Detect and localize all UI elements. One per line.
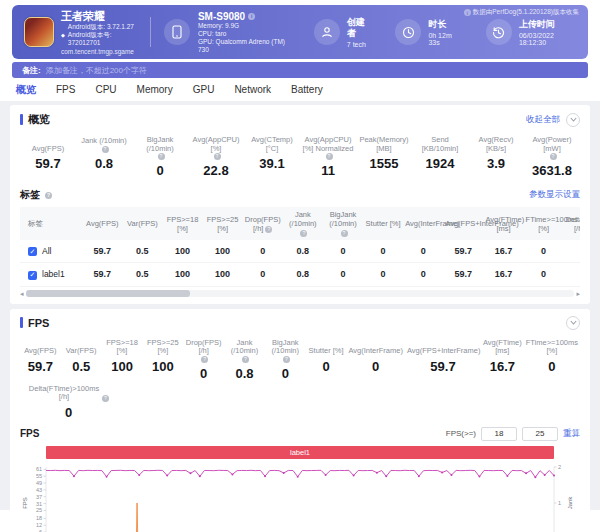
column-header: Avg(FPS+InterFrame): [443, 207, 483, 240]
fps-card: FPS Avg(FPS)59.7Var(FPS)0.5FPS>=18 [%]10…: [10, 309, 590, 532]
fps-stat-label: FTime>=100ms [%]: [526, 339, 578, 356]
tab-gpu[interactable]: GPU: [193, 84, 215, 95]
device-info-icon[interactable]: i: [248, 13, 255, 20]
tab-cpu[interactable]: CPU: [95, 84, 116, 95]
app-build: Android版本号: 372012701: [68, 31, 137, 47]
label-table: 标签Avg(FPS)Var(FPS)FPS>=18 [%]FPS>=25 [%]…: [20, 207, 580, 287]
label-info-icon[interactable]: ?: [45, 192, 52, 199]
overview-stat-value: 1555: [358, 156, 410, 171]
overview-stat-value: 11: [302, 163, 354, 178]
creator-label: 创建者: [347, 17, 370, 39]
fps-threshold-label: FPS(>=): [446, 429, 476, 438]
fps-stat-value: 59.7: [22, 359, 59, 374]
cell: 0.5: [122, 240, 162, 263]
fps-stat-label: Var(FPS): [66, 347, 97, 356]
row-label-cell: ✓All: [20, 240, 82, 263]
svg-text:43: 43: [36, 486, 42, 492]
fps-stat: Avg(FPS)59.7: [20, 339, 61, 381]
overview-stat: Send [KB/10min]1924: [412, 136, 468, 178]
info-icon[interactable]: ?: [265, 226, 272, 233]
fps-stat: BigJank (/10min)?0: [265, 339, 306, 381]
svg-text:61: 61: [36, 466, 42, 472]
info-icon[interactable]: ?: [102, 146, 109, 153]
column-header: Stutter [%]: [363, 207, 403, 240]
row-checkbox[interactable]: ✓: [28, 271, 37, 280]
fps-stat-value: 0.5: [63, 359, 100, 374]
fps-threshold-high-input[interactable]: [522, 427, 558, 441]
collect-note: 数据由PerfDog(5.1.220128)版本收集: [473, 8, 579, 17]
table-scrollbar: ◂ ▸: [20, 289, 580, 298]
param-settings-link[interactable]: 参数显示设置: [529, 189, 580, 201]
column-header: FTime>=100ms [%]: [524, 207, 564, 240]
info-icon[interactable]: ?: [550, 153, 557, 160]
overview-stat-value: 3631.8: [526, 163, 578, 178]
column-header: BigJank (/10min)?: [323, 207, 363, 240]
info-icon[interactable]: ?: [102, 395, 109, 402]
fps-stat-value: 0: [308, 359, 345, 374]
cell: 0: [564, 263, 580, 286]
column-header: FPS>=25 [%]: [203, 207, 243, 240]
overview-stat: Avg(Power) [mW]?3631.8: [524, 136, 580, 178]
overview-stat: Avg(FPS)59.7: [20, 136, 76, 178]
info-icon[interactable]: ?: [326, 153, 333, 160]
collapse-fps-button[interactable]: [566, 316, 580, 330]
overview-stat-label: Avg(AppCPU) [%]: [190, 136, 242, 153]
scroll-left-arrow[interactable]: ◂: [20, 289, 24, 298]
cell: 59.7: [82, 240, 122, 263]
cell: 59.7: [443, 240, 483, 263]
fps-stat-label: Avg(FTime) [ms]: [483, 339, 522, 356]
info-icon[interactable]: ?: [214, 153, 221, 160]
tab-bar: 概览FPSCPUMemoryGPUNetworkBattery: [0, 78, 600, 101]
fps-stat-label: BigJank (/10min): [267, 339, 304, 356]
recalc-link[interactable]: 重算: [563, 428, 580, 440]
fps-threshold-low-input[interactable]: [481, 427, 517, 441]
fps-stat: Avg(FTime) [ms]16.7: [481, 339, 524, 381]
overview-stat-label: Jank (/10min): [81, 137, 126, 146]
scroll-track[interactable]: [26, 290, 575, 297]
scroll-thumb[interactable]: [26, 290, 191, 297]
info-icon[interactable]: ?: [242, 356, 249, 363]
fps-stat-value: 0: [349, 359, 403, 374]
info-icon[interactable]: ?: [300, 230, 307, 237]
fps-stat: Var(FPS)0.5: [61, 339, 102, 381]
fps-stat-value: 0: [267, 366, 304, 381]
cell: 16.7: [483, 240, 523, 263]
tab-network[interactable]: Network: [234, 84, 271, 95]
upload-time-block: 上传时间 06/03/2022 18:12:30: [486, 19, 576, 46]
info-icon[interactable]: ?: [201, 356, 208, 363]
tab-memory[interactable]: Memory: [137, 84, 173, 95]
collapse-overview-button[interactable]: [566, 113, 580, 127]
column-header: Jank (/10min)?: [283, 207, 323, 240]
fps-chart: 61554943373125181260210FPSJank00:0000:38…: [20, 461, 580, 532]
tab-battery[interactable]: Battery: [291, 84, 323, 95]
note-placeholder: 添加备注，不超过200个字符: [46, 65, 147, 76]
column-header: 标签: [20, 207, 82, 240]
upload-label: 上传时间: [519, 19, 576, 30]
info-icon[interactable]: ?: [341, 230, 348, 237]
row-checkbox[interactable]: ✓: [28, 247, 37, 256]
column-header: Avg(InterFrame): [403, 207, 443, 240]
overview-stat-label: Avg(Power) [mW]: [526, 136, 578, 153]
note-bar[interactable]: 备注: 添加备注，不超过200个字符: [12, 62, 588, 78]
svg-text:2: 2: [558, 464, 561, 470]
app-icon: [24, 17, 54, 47]
tab-fps[interactable]: FPS: [56, 84, 75, 95]
svg-text:6: 6: [39, 529, 42, 532]
info-icon[interactable]: ?: [158, 153, 165, 160]
overview-stat-label: Peak(Memory) [MB]: [358, 136, 410, 153]
cell: 0: [243, 240, 283, 263]
duration-label: 时长: [428, 19, 459, 30]
collapse-all-link[interactable]: 收起全部: [526, 114, 560, 126]
tab-overview[interactable]: 概览: [16, 83, 36, 97]
info-icon[interactable]: ?: [283, 356, 290, 363]
overview-stat-label: Avg(Recv) [KB/s]: [470, 136, 522, 153]
table-row: ✓label159.70.510010000.800059.716.700: [20, 263, 580, 286]
overview-stat: Avg(Recv) [KB/s]3.9: [468, 136, 524, 178]
overview-stat-label: Send [KB/10min]: [414, 136, 466, 153]
svg-text:18: 18: [36, 515, 42, 521]
scroll-right-arrow[interactable]: ▸: [576, 289, 580, 298]
fps-stat: FPS>=25 [%]100: [142, 339, 183, 381]
fps-stats-row-2: Delta(FTime)>100ms [/h]?0: [20, 385, 580, 420]
overview-stat-label: Avg(AppCPU) [%] Normalized: [302, 136, 354, 153]
duration-value: 0h 12m 33s: [428, 32, 459, 46]
